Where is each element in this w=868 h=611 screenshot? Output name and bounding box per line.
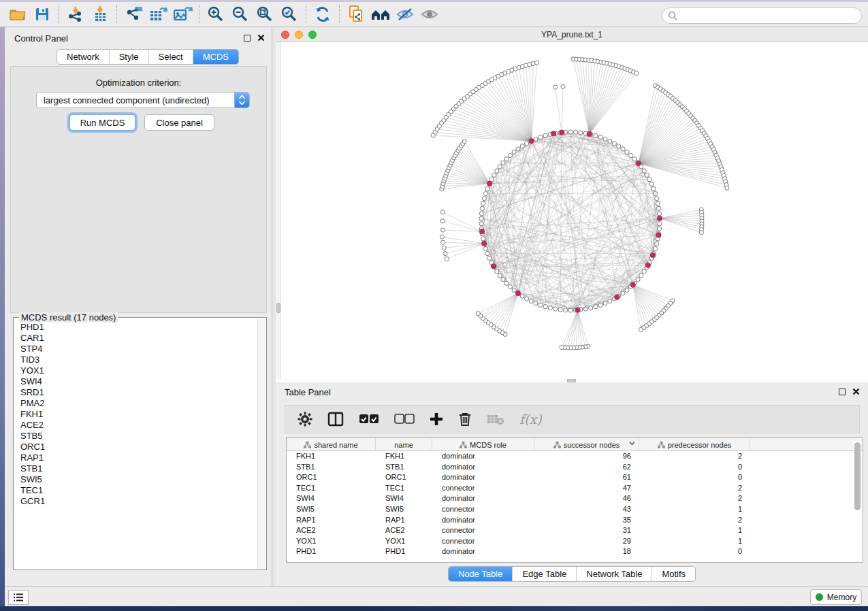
cell-successor-nodes[interactable]: 61 xyxy=(534,472,639,483)
column-header-name[interactable]: name xyxy=(376,438,432,451)
mcds-result-item[interactable]: PMA2 xyxy=(15,398,257,409)
mcds-result-item[interactable]: TEC1 xyxy=(15,485,257,496)
hide-selected-icon[interactable] xyxy=(393,4,417,24)
cell-successor-nodes[interactable]: 18 xyxy=(534,546,639,557)
cell-successor-nodes[interactable]: 35 xyxy=(534,515,639,526)
table-row[interactable]: ORC1ORC1dominator610 xyxy=(287,472,863,483)
table-row[interactable]: ACE2ACE2connector311 xyxy=(287,525,863,536)
tab-motifs[interactable]: Motifs xyxy=(652,567,695,581)
mcds-result-item[interactable]: TID3 xyxy=(15,354,257,365)
tab-network[interactable]: Network xyxy=(57,50,110,64)
mcds-result-item[interactable]: STB5 xyxy=(15,431,257,442)
cell-shared-name[interactable]: ORC1 xyxy=(287,472,376,483)
export-network-icon[interactable] xyxy=(121,4,146,24)
mcds-result-item[interactable]: CAR1 xyxy=(15,333,257,344)
mcds-result-item[interactable]: ACE2 xyxy=(15,420,257,431)
zoom-out-icon[interactable] xyxy=(228,4,253,24)
cell-successor-nodes[interactable]: 43 xyxy=(534,504,639,515)
table-row[interactable]: TEC1TEC1connector472 xyxy=(287,483,863,494)
cell-MCDS-role[interactable]: dominator xyxy=(432,515,534,526)
float-panel-icon[interactable] xyxy=(244,35,251,42)
cell-shared-name[interactable]: ACE2 xyxy=(287,525,376,536)
close-panel-button[interactable]: Close panel xyxy=(144,114,214,131)
cell-predecessor-nodes[interactable]: 1 xyxy=(639,525,750,536)
cell-MCDS-role[interactable]: dominator xyxy=(432,451,534,462)
cell-successor-nodes[interactable]: 31 xyxy=(534,525,639,536)
cell-name[interactable]: SWI4 xyxy=(376,493,432,504)
mcds-result-item[interactable]: PHD1 xyxy=(15,322,257,333)
column-header-MCDS-role[interactable]: MCDS role xyxy=(432,438,534,451)
cell-successor-nodes[interactable]: 96 xyxy=(534,451,639,462)
cell-name[interactable]: FKH1 xyxy=(376,451,432,462)
table-row[interactable]: SWI4SWI4dominator462 xyxy=(287,493,863,504)
cell-MCDS-role[interactable]: connector xyxy=(432,483,534,494)
table-row[interactable]: STB1STB1dominator620 xyxy=(287,462,863,473)
cell-successor-nodes[interactable]: 47 xyxy=(534,483,639,494)
column-header-shared-name[interactable]: shared name xyxy=(287,438,376,451)
deselect-all-icon[interactable] xyxy=(394,414,415,425)
mcds-result-item[interactable]: RAP1 xyxy=(15,452,257,463)
tab-edge-table[interactable]: Edge Table xyxy=(513,567,577,581)
mcds-result-item[interactable]: SWI4 xyxy=(15,376,257,387)
mcds-result-item[interactable]: YOX1 xyxy=(15,365,257,376)
cell-name[interactable]: ORC1 xyxy=(376,472,432,483)
network-canvas[interactable] xyxy=(276,42,868,379)
cell-MCDS-role[interactable]: connector xyxy=(432,536,534,547)
cell-MCDS-role[interactable]: dominator xyxy=(432,462,534,473)
zoom-fit-icon[interactable] xyxy=(253,4,277,24)
export-image-icon[interactable] xyxy=(170,4,195,24)
open-folder-icon[interactable] xyxy=(5,4,30,24)
table-row[interactable]: FKH1FKH1dominator962 xyxy=(287,451,863,462)
cell-MCDS-role[interactable]: connector xyxy=(432,504,534,515)
copy-network-icon[interactable] xyxy=(344,4,368,24)
mcds-list-scrollbar[interactable] xyxy=(257,318,266,569)
cell-shared-name[interactable]: RAP1 xyxy=(287,515,376,526)
cell-successor-nodes[interactable]: 29 xyxy=(534,536,639,547)
memory-button[interactable]: Memory xyxy=(810,589,862,605)
cell-name[interactable]: SWI5 xyxy=(376,504,432,515)
tab-select[interactable]: Select xyxy=(149,50,193,64)
close-table-panel-icon[interactable] xyxy=(852,388,860,395)
mcds-result-item[interactable]: STP4 xyxy=(15,344,257,354)
cell-shared-name[interactable]: FKH1 xyxy=(287,451,376,462)
column-header-successor-nodes[interactable]: successor nodes xyxy=(534,438,639,451)
cell-shared-name[interactable]: YOX1 xyxy=(287,536,376,547)
cell-predecessor-nodes[interactable]: 0 xyxy=(639,546,750,557)
cell-predecessor-nodes[interactable]: 2 xyxy=(639,483,750,494)
network-graph[interactable] xyxy=(276,42,868,379)
mcds-result-item[interactable]: ORC1 xyxy=(15,442,257,452)
show-columns-icon[interactable] xyxy=(327,412,344,427)
table-settings-gear-icon[interactable] xyxy=(298,412,312,427)
close-panel-icon[interactable] xyxy=(257,34,265,42)
cell-name[interactable]: PHD1 xyxy=(376,546,432,557)
network-window-titlebar[interactable]: YPA_prune.txt_1 xyxy=(276,27,868,42)
mcds-result-item[interactable]: SRD1 xyxy=(15,387,257,398)
cell-MCDS-role[interactable]: dominator xyxy=(432,472,534,483)
cell-name[interactable]: TEC1 xyxy=(376,483,432,494)
delete-table-icon[interactable] xyxy=(487,413,504,425)
panel-list-button[interactable] xyxy=(8,590,29,605)
cell-shared-name[interactable]: PHD1 xyxy=(287,546,376,557)
zoom-in-icon[interactable] xyxy=(204,4,228,24)
import-table-icon[interactable] xyxy=(88,4,112,24)
table-row[interactable]: PHD1PHD1dominator180 xyxy=(287,546,863,557)
zoom-selected-icon[interactable] xyxy=(277,4,302,24)
node-table[interactable]: shared namenameMCDS rolesuccessor nodesp… xyxy=(286,437,863,563)
cell-predecessor-nodes[interactable]: 0 xyxy=(639,472,750,483)
first-neighbors-icon[interactable] xyxy=(368,4,393,24)
mcds-result-item[interactable]: SWI5 xyxy=(15,474,257,485)
table-row[interactable]: RAP1RAP1dominator352 xyxy=(287,515,863,526)
delete-column-icon[interactable] xyxy=(458,412,472,427)
save-session-icon[interactable] xyxy=(30,4,54,24)
cell-shared-name[interactable]: STB1 xyxy=(287,462,376,473)
select-all-icon[interactable] xyxy=(359,414,379,425)
cell-predecessor-nodes[interactable]: 0 xyxy=(639,462,750,473)
cell-successor-nodes[interactable]: 46 xyxy=(534,493,639,504)
cell-shared-name[interactable]: SWI5 xyxy=(287,504,376,515)
cell-shared-name[interactable]: TEC1 xyxy=(287,483,376,494)
network-vertical-scrollbar[interactable] xyxy=(276,42,281,379)
cell-name[interactable]: ACE2 xyxy=(376,525,432,536)
search-field[interactable] xyxy=(662,7,862,24)
cell-predecessor-nodes[interactable]: 1 xyxy=(639,504,750,515)
mcds-result-item[interactable]: FKH1 xyxy=(15,409,257,420)
